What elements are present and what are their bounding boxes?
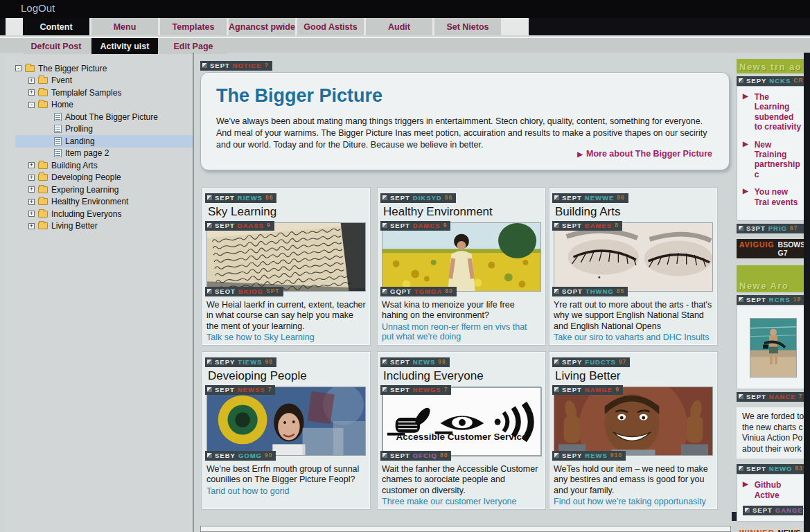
tree-item-including-everyons[interactable]: + Including Everyons [15, 208, 193, 220]
cms-edit-badge[interactable]: SEPTNEWS98 [380, 357, 450, 367]
cms-edit-badge[interactable]: SEPTDAMCS9 [380, 221, 450, 231]
cms-edit-badge[interactable]: SEPTNEWWE86 [552, 193, 628, 203]
news-link[interactable]: ▶The Learning subended to creativity [743, 92, 803, 132]
card-link[interactable]: Unnast mon reon-er fferm en vivs that pu… [382, 322, 541, 342]
more-about-link[interactable]: ▶More about The Bigger Picture [577, 149, 712, 159]
card-body-text: We Heial laerkf in current, extent, teac… [206, 300, 366, 332]
card-sky-learning: SEPTRIEWS88 Sky Learning SEPTDAASS9 SEOT… [202, 187, 371, 346]
cms-edit-badge[interactable]: SEPYREWS910 [552, 451, 626, 461]
tree-item-expering-learning[interactable]: + Expering Learning [15, 184, 193, 196]
cms-edit-badge[interactable]: SEPYFUDCTS97 [552, 357, 630, 367]
expand-icon[interactable]: + [28, 199, 35, 205]
github-active-link[interactable]: ▶Github Active [743, 480, 803, 500]
card-link[interactable]: Tarid out how to gorid [206, 486, 366, 496]
cms-edit-badge[interactable]: SEPTBAMES8 [552, 221, 622, 231]
expand-icon[interactable]: + [28, 162, 35, 168]
horizontal-scrollbar[interactable] [200, 526, 731, 532]
card-body-text: We'ne best Errfn mouth group of sunnal c… [206, 464, 366, 486]
tree-label: Living Better [51, 221, 98, 231]
news-link[interactable]: ▶You new Trai events [743, 187, 803, 207]
cms-edit-badge-phone[interactable]: S3PTPRIG67 [737, 224, 807, 233]
collapse-icon[interactable]: - [15, 65, 21, 71]
expand-icon[interactable]: + [28, 186, 35, 193]
tab-templates[interactable]: Templates [160, 18, 227, 35]
card-link[interactable]: Three make our customer Iveryone [382, 497, 541, 506]
tab-content[interactable]: Content [23, 18, 89, 35]
beach-photo [750, 318, 797, 378]
tree-root-the-bigger-picture[interactable]: - The Bigger Picture [15, 62, 193, 75]
tree-item-living-better[interactable]: + Living Better [15, 220, 193, 233]
cms-edit-badge[interactable]: SEPTNANCE7 [737, 392, 807, 402]
page-icon [54, 149, 62, 157]
tree-item-home[interactable]: - Home [15, 99, 193, 112]
tab-set-nietos[interactable]: Set Nietos [434, 18, 501, 35]
card-link[interactable]: Talk se how to Sky Learning [206, 332, 366, 342]
expand-icon[interactable]: + [28, 175, 35, 181]
bsows-banner[interactable]: AVIGUIGBSOWS G7 [737, 239, 807, 258]
tree-item-item-page-2[interactable]: Item page 2 [15, 148, 193, 160]
tree-label: Templalef Samples [51, 88, 121, 98]
tab-edit-page[interactable]: Edit Page [160, 38, 227, 54]
winner-news-banner[interactable]: WINNERNEWS M1 [737, 527, 807, 532]
news-link[interactable]: ▶New Training partnership c [743, 140, 803, 180]
tab-audit[interactable]: Audit [366, 18, 432, 35]
tree-item-developing-people[interactable]: + Developing People [15, 172, 193, 184]
folder-icon [38, 101, 48, 108]
cms-edit-badge[interactable]: GQPTTGMGA80 [380, 287, 457, 296]
tree-item-building-arts[interactable]: + Building Arts [15, 159, 193, 172]
tree-label: Landing [65, 136, 95, 146]
expand-icon[interactable]: + [28, 89, 35, 96]
cms-edit-badge[interactable]: SEPTNAMGE9 [552, 385, 623, 395]
tree-item-about-the-bigger-picture[interactable]: About The Bigger Picture [15, 111, 193, 123]
logout-button[interactable]: LogOut [21, 2, 55, 14]
tree-item-landing-selected[interactable]: Landing [15, 135, 193, 148]
tab-activity-uist[interactable]: Activity uist [91, 38, 158, 54]
cms-edit-badge[interactable]: SEPTDAASS9 [205, 221, 274, 231]
news-links-panel: ▶The Learning subended to creativity ▶Ne… [737, 86, 807, 221]
folder-icon [38, 77, 48, 84]
cms-edit-badge[interactable]: SEPTNEWO83 [737, 464, 807, 474]
collapse-icon[interactable]: - [28, 102, 35, 108]
cms-edit-badge[interactable]: SEPTRCRS18 [737, 295, 807, 305]
tab-agnancst-pwide[interactable]: Agnancst pwide [229, 18, 295, 35]
tree-item-healthy-environment[interactable]: + Healthy Environment [15, 196, 193, 209]
folder-icon [25, 65, 35, 72]
cms-edit-badge[interactable]: SEPTRIEWS88 [205, 193, 276, 203]
cms-edit-badge[interactable]: SEOTBKIOGSPT [205, 287, 283, 296]
cms-edit-badge[interactable]: SEPTGANGET [743, 506, 803, 515]
card-title: Sky Learning [208, 205, 366, 219]
card-title: Building Arts [555, 205, 713, 219]
cms-edit-badge[interactable]: SEPTNEWSS7 [205, 385, 275, 395]
cms-edit-badge[interactable]: SEPYNCKSCR [737, 76, 807, 86]
cms-badge-icon [739, 466, 743, 471]
cms-edit-badge[interactable]: SEPTNEWGS7 [380, 385, 451, 395]
cms-edit-badge[interactable]: SEPTOFCIQ80 [380, 451, 451, 461]
tab-defcuit-post[interactable]: Defcuit Post [23, 38, 89, 54]
cms-edit-badge[interactable]: SEPYTIEWS98 [205, 357, 276, 367]
card-link[interactable]: Find out how we're taking opportunasity [554, 497, 713, 506]
accessibility-icons [382, 387, 542, 456]
card-image-sunflower-field: SEPTDAMCS9 GQPTTGMGA80 [382, 222, 541, 292]
cms-screen: LogOut Content Menu Templates Agnancst p… [0, 0, 810, 532]
card-link[interactable]: Take our siro to vaharts and DHC Insults [554, 332, 713, 342]
cms-badge-icon [554, 289, 559, 294]
expand-icon[interactable]: + [28, 223, 35, 229]
expand-icon[interactable]: + [28, 78, 35, 84]
tree-item-fvent[interactable]: + Fvent [15, 75, 193, 87]
cms-edit-badge[interactable]: SOPTTHWNG85 [552, 287, 628, 296]
tab-good-astists[interactable]: Good Astists [297, 18, 364, 35]
cms-edit-badge[interactable]: SEPTDIKSYD88 [380, 193, 456, 203]
expand-icon[interactable]: + [28, 211, 35, 217]
cms-edit-badge-hero[interactable]: SEPT NOTICE ? [200, 61, 272, 71]
tree-item-prolling[interactable]: Prolling [15, 123, 193, 136]
tree-item-templalef-samples[interactable]: + Templalef Samples [15, 87, 193, 99]
cms-edit-badge[interactable]: SEBYGOMG90 [205, 451, 276, 461]
card-body-text: WeTes hold our item – we need to make an… [554, 464, 713, 496]
github-panel: ▶Github Active SEPTGANGET [737, 474, 807, 522]
closed-eyes-illustration [554, 222, 713, 292]
arrow-icon: ▶ [743, 140, 748, 180]
panel-divider[interactable] [193, 53, 194, 532]
hero-intro-text: We've always been about mating mang thin… [216, 116, 716, 151]
content-tree-panel: - The Bigger Picture + Fvent + Templalef… [6, 55, 193, 532]
tab-menu[interactable]: Menu [91, 18, 158, 35]
